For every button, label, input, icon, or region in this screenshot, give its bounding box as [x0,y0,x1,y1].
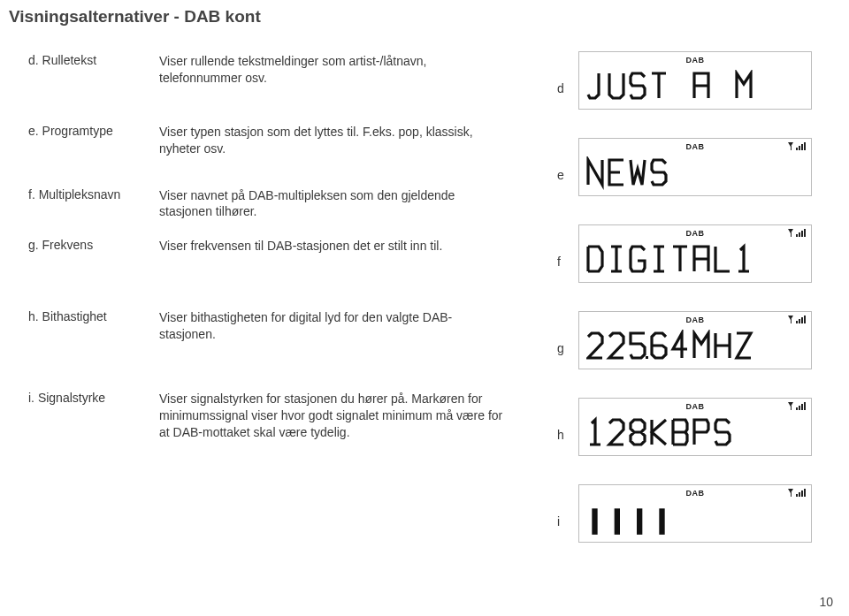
svg-rect-4 [659,508,664,535]
display-marker: g [557,311,578,355]
signal-icon [788,142,806,150]
display-row: fDAB [557,224,833,283]
dab-badge: DAB [686,142,705,151]
segment-readout [586,503,804,536]
dab-badge: DAB [686,56,705,65]
svg-rect-0 [646,356,648,359]
definitions-column: d. Rulletekst Viser rullende tekstmeldin… [9,49,557,571]
display-marker: e [557,138,578,182]
content: d. Rulletekst Viser rullende tekstmeldin… [9,49,833,571]
lcd-display: DAB [578,138,812,196]
svg-rect-1 [592,508,597,535]
lcd-display: DAB [578,51,812,110]
displays-column: dDABeDABfDABgDABhDABiDAB [557,49,833,571]
display-marker: h [557,398,578,442]
page-number: 10 [819,595,833,609]
display-row: hDAB [557,398,833,456]
definition-row: h. Bithastighet Viser bithastigheten for… [9,309,557,343]
dab-badge: DAB [686,489,705,498]
display-marker: d [557,51,578,95]
lcd-display: DAB [578,224,812,283]
display-row: iDAB [557,484,833,543]
signal-icon [788,229,806,237]
definition-label: i. Signalstyrke [9,391,159,441]
definition-label: g. Frekvens [9,238,159,255]
display-row: eDAB [557,138,833,196]
definition-desc: Viser frekvensen til DAB-stasjonen det e… [159,238,504,255]
signal-icon [788,402,806,410]
segment-readout [586,70,804,103]
definition-row: d. Rulletekst Viser rullende tekstmeldin… [9,53,557,87]
display-row: gDAB [557,311,833,369]
definition-row: g. Frekvens Viser frekvensen til DAB-sta… [9,238,557,255]
svg-rect-2 [615,508,620,535]
dab-badge: DAB [686,402,705,411]
definition-desc: Viser typen stasjon som det lyttes til. … [159,124,504,157]
definition-desc: Viser signalstyrken for stasjonen du hør… [159,391,504,441]
svg-rect-3 [637,508,642,535]
definition-desc: Viser navnet på DAB-multipleksen som den… [159,187,504,221]
lcd-display: DAB [578,311,812,369]
dab-badge: DAB [686,229,705,238]
definition-desc: Viser bithastigheten for digital lyd for… [159,309,504,343]
lcd-display: DAB [578,398,812,456]
definition-row: e. Programtype Viser typen stasjon som d… [9,124,557,157]
page-title: Visningsalternativer - DAB kont [9,7,833,27]
lcd-display: DAB [578,484,812,543]
definition-label: e. Programtype [9,124,159,157]
definition-label: d. Rulletekst [9,53,159,87]
definition-label: h. Bithastighet [9,309,159,343]
definition-row: i. Signalstyrke Viser signalstyrken for … [9,391,557,441]
dab-badge: DAB [686,316,705,324]
definition-label: f. Multipleksnavn [9,187,159,221]
segment-readout [586,416,804,450]
display-marker: f [557,224,578,269]
definition-row: f. Multipleksnavn Viser navnet på DAB-mu… [9,187,557,221]
definition-desc: Viser rullende tekstmeldinger som artist… [159,53,504,87]
display-row: dDAB [557,51,833,110]
segment-readout [586,243,804,277]
display-marker: i [557,484,578,529]
signal-icon [788,489,806,497]
segment-readout [586,330,804,363]
signal-icon [788,316,806,323]
segment-readout [586,156,804,190]
